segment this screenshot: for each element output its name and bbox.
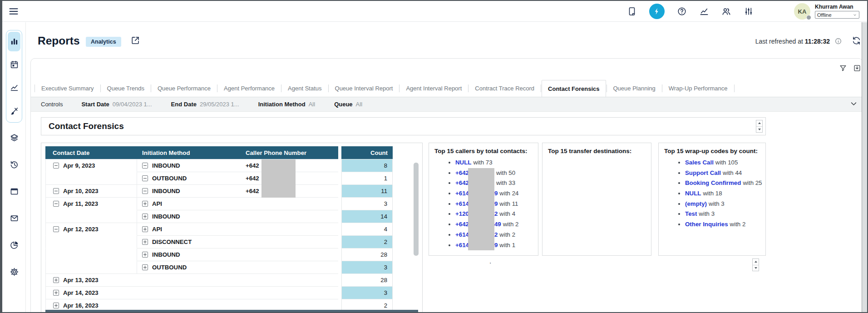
vertical-scrollbar[interactable] [414,163,419,256]
sidebar-item-brush[interactable] [8,101,20,121]
item-link[interactable]: Support Call [685,169,721,176]
bottom-spinner[interactable] [752,258,759,271]
notes-button[interactable] [627,6,637,16]
tab-queue-performance[interactable]: Queue Performance [152,80,217,97]
tab-separator [151,84,151,92]
collapse-toggle[interactable] [53,163,59,169]
horizontal-scrollbar[interactable] [45,310,418,313]
tab-agent-performance[interactable]: Agent Performance [218,80,281,97]
collapse-toggle[interactable] [53,188,59,194]
collapse-toggle[interactable] [142,175,148,181]
expand-toggle[interactable] [53,303,59,308]
tab-queue-planning[interactable]: Queue Planning [607,80,661,97]
item-link[interactable]: NULL [685,190,701,197]
method-label: DISCONNECT [152,238,192,245]
expand-toggle[interactable] [142,252,148,258]
item-link-tail[interactable]: 49 [494,221,501,228]
expand-toggle[interactable] [53,277,59,283]
item-link-tail[interactable]: 2 [494,231,498,238]
sidebar-item-layers[interactable] [8,133,20,143]
tab-agent-status[interactable]: Agent Status [282,80,327,97]
status-select[interactable]: Offline [815,11,859,19]
tab-executive-summary[interactable]: Executive Summary [35,80,100,97]
spin-up-icon[interactable] [753,259,759,265]
expand-toggle[interactable] [142,239,148,245]
heading-spinner[interactable] [756,120,763,133]
collapse-toggle[interactable] [142,188,148,194]
item-link[interactable]: Sales Call [685,159,714,166]
cell-contact-date: Apr 10, 2023 [45,184,137,197]
collapse-toggle[interactable] [53,226,59,232]
filter-icon[interactable] [839,64,847,72]
expand-toggle[interactable] [142,201,148,207]
tab-queue-interval-report[interactable]: Queue Interval Report [329,80,399,97]
metrics-button[interactable] [699,6,709,16]
tab-contract-trace-record[interactable]: Contract Trace Record [469,80,540,97]
item-link-tail[interactable]: 9 [494,200,498,207]
expand-toggle[interactable] [53,290,59,296]
item-link-tail[interactable]: 9 [494,242,498,248]
filter-start-date[interactable]: Start Date09/04/2023 1... [81,101,152,108]
item-link[interactable]: +642 [455,169,469,176]
collapse-toggle[interactable] [53,201,59,207]
sidebar-item-window[interactable] [8,187,20,196]
sidebar-item-line-chart[interactable] [8,78,20,98]
download-icon[interactable] [853,64,861,72]
item-link[interactable]: Other Inquiries [685,221,728,228]
filter-end-date[interactable]: End Date29/05/2023 1... [171,101,239,108]
filter-queue[interactable]: QueueAll [334,101,362,108]
filter-label: Start Date [81,101,109,108]
item-link[interactable]: +614 [455,200,469,207]
item-link[interactable]: +642 [455,221,469,228]
sidebar-item-bar-chart[interactable] [8,32,20,51]
item-link[interactable]: +614 [455,231,469,238]
column-header-initiation-method[interactable]: Initiation Method [137,146,242,159]
analytics-badge[interactable]: Analytics [86,37,121,47]
brush-icon [10,106,19,116]
column-header-count[interactable]: Count [341,146,393,159]
collapse-toggle[interactable] [142,163,148,169]
controls-collapse-icon[interactable] [849,99,858,108]
column-header-contact-date[interactable]: Contact Date [45,146,137,159]
cell-contact-date [45,172,137,184]
sidebar-item-history[interactable] [8,160,20,169]
item-link[interactable]: +614 [455,190,469,197]
item-link[interactable]: (empty) [685,200,707,207]
cell-contact-date: Apr 9, 2023 [45,159,137,172]
settings-sliders-button[interactable] [744,6,754,16]
column-header-caller-phone-number[interactable]: Caller Phone Number [242,146,338,159]
tab-wrap-up-performance[interactable]: Wrap-Up Performance [663,80,734,97]
refresh-icon[interactable] [852,36,861,45]
item-link-tail[interactable]: 2 [494,210,498,217]
item-link-tail[interactable]: 9 [494,190,498,197]
item-link[interactable]: +614 [455,242,469,248]
agents-button[interactable] [721,6,731,16]
spin-down-icon[interactable] [753,265,759,271]
tab-contact-forensics[interactable]: Contact Forensics [542,80,606,97]
column-gap [338,210,341,223]
item-link[interactable]: Test [685,210,697,217]
info-icon[interactable] [834,37,842,45]
column-gap [338,235,341,248]
sidebar-item-pie-chart[interactable] [8,240,20,250]
item-link[interactable]: +642 [455,179,469,186]
spin-up-icon[interactable] [756,120,762,127]
item-link[interactable]: +120 [455,210,469,217]
expand-toggle[interactable] [142,264,148,270]
menu-icon[interactable] [8,6,19,17]
expand-toggle[interactable] [142,226,148,232]
sidebar-item-mail[interactable] [8,214,20,223]
tab-agent-interval-report[interactable]: Agent Interval Report [400,80,468,97]
spin-down-icon[interactable] [756,127,762,133]
filter-initiation-method[interactable]: Initiation MethodAll [258,101,315,108]
item-link[interactable]: NULL [455,159,471,166]
help-button[interactable] [677,6,687,16]
tab-queue-trends[interactable]: Queue Trends [101,80,150,97]
flash-button[interactable] [649,4,665,19]
expand-toggle[interactable] [142,214,148,219]
sidebar-item-gear[interactable] [8,267,20,277]
sidebar-item-calendar[interactable] [8,55,20,75]
page-scrollbar[interactable] [862,22,867,312]
item-link[interactable]: Booking Confirmed [685,179,741,186]
external-link-icon[interactable] [130,35,140,45]
